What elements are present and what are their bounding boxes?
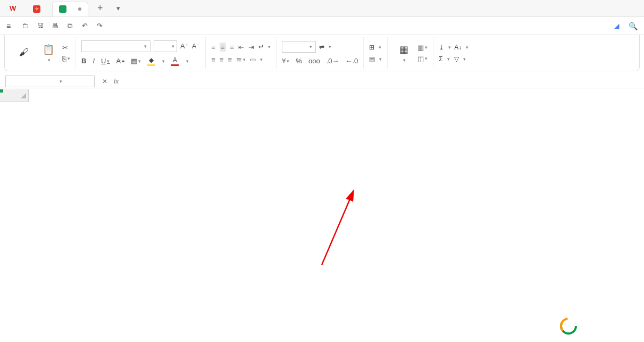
annotation-arrow [314, 185, 362, 270]
tab-modified-dot [78, 7, 81, 11]
align-bottom-icon[interactable]: ≡ [230, 43, 235, 51]
border-icon[interactable]: ▦▾ [131, 57, 141, 65]
cell-style-icon[interactable]: ◫▾ [417, 55, 428, 63]
align-top-icon[interactable]: ≡ [211, 43, 215, 51]
cancel-formula-icon[interactable]: ✕ [102, 78, 107, 85]
cond-format-icon: ▦ [399, 44, 408, 55]
watermark-swirl-icon [558, 315, 579, 337]
menu-tabs [117, 24, 246, 28]
ribbon: 🖌 📋▾ ✂ ⎘▾ ▾ ▾ A⁺ A⁻ B I U▾ A▾ ▦▾ ◆▾ A▾ [4, 35, 640, 71]
save-icon[interactable]: 🖫 [35, 22, 45, 30]
align-middle-icon[interactable]: ≡ [220, 43, 226, 52]
strike-icon[interactable]: A▾ [116, 57, 124, 65]
font-color-icon[interactable]: A [171, 56, 179, 66]
align-right-icon[interactable]: ≡ [228, 56, 232, 64]
preview-icon[interactable]: ⧉ [65, 22, 74, 30]
rows-cols-button[interactable]: ⊞▾ [369, 44, 382, 51]
template-icon: ✧ [33, 5, 40, 13]
increase-font-icon[interactable]: A⁺ [180, 42, 189, 50]
fill-color-icon[interactable]: ◆ [147, 56, 155, 66]
convert-button[interactable]: ⇌▾ [319, 43, 331, 51]
redo-icon[interactable]: ↷ [95, 22, 104, 30]
thousands-icon[interactable]: ooo [308, 57, 320, 65]
worksheet-button[interactable]: ▤▾ [369, 55, 382, 63]
titlebar: W ✧ + ▾ [0, 0, 644, 17]
spreadsheet-grid[interactable] [0, 89, 644, 339]
format-brush-button[interactable]: 🖌 [13, 47, 35, 59]
dec-decimal-icon[interactable]: ←.0 [345, 57, 358, 65]
sum-button[interactable]: Σ▾ [439, 55, 451, 63]
justify-icon[interactable]: ≣▾ [236, 56, 246, 64]
align-left-icon[interactable]: ≡ [211, 56, 215, 64]
formula-bar[interactable] [126, 76, 644, 87]
fx-icon[interactable]: fx [114, 78, 119, 85]
wrap-text-button[interactable]: ↵▾ [258, 43, 271, 51]
print-icon[interactable]: 🖶 [50, 22, 60, 30]
wps-logo-icon: W [10, 4, 16, 12]
fill-button[interactable]: ⤓▾ [439, 44, 451, 51]
brush-icon: 🖌 [19, 47, 29, 58]
svg-line-0 [322, 190, 354, 265]
tab-workbook[interactable] [52, 2, 88, 16]
cut-icon[interactable]: ✂ [62, 44, 70, 52]
undo-icon[interactable]: ↶ [80, 22, 89, 30]
increase-indent-icon[interactable]: ⇥ [248, 43, 254, 51]
copy-icon[interactable]: ⎘▾ [62, 55, 70, 63]
currency-icon[interactable]: ¥▾ [282, 57, 289, 65]
open-icon[interactable]: 🗀 [20, 22, 30, 30]
select-all-corner[interactable] [0, 89, 29, 102]
decrease-indent-icon[interactable]: ⇤ [238, 43, 244, 51]
sort-button[interactable]: A↓▾ [454, 44, 469, 51]
tab-add-button[interactable]: + [93, 3, 107, 14]
filter-button[interactable]: ▽▾ [454, 55, 469, 63]
underline-icon[interactable]: U▾ [101, 57, 110, 65]
clipboard-icon: 📋 [43, 44, 54, 55]
wps-ai-button[interactable]: ◢ [614, 22, 621, 30]
paste-label: ▾ [47, 56, 51, 63]
align-center-icon[interactable]: ≡ [220, 56, 224, 64]
decrease-font-icon[interactable]: A⁻ [192, 42, 200, 50]
app-logo: W [2, 4, 26, 12]
cond-format-label: ▾ [402, 56, 406, 63]
search-icon[interactable]: 🔍 [629, 22, 638, 30]
font-name-select[interactable]: ▾ [81, 40, 150, 52]
quick-access: 🗀 🖫 🖶 ⧉ ↶ ↷ [20, 22, 104, 30]
percent-icon[interactable]: % [296, 57, 302, 65]
merge-button[interactable]: ▭▾ [250, 56, 263, 63]
italic-icon[interactable]: I [93, 57, 95, 65]
ai-icon: ◢ [614, 22, 619, 30]
namebox-dropdown-icon[interactable]: ▾ [60, 79, 62, 84]
tab-templates[interactable]: ✧ [27, 2, 50, 16]
formula-bar-row: ▾ ✕ fx [0, 74, 644, 88]
name-box[interactable]: ▾ [5, 76, 95, 87]
bold-icon[interactable]: B [81, 57, 86, 65]
table-style-icon[interactable]: ▥▾ [417, 44, 428, 52]
cond-format-button[interactable]: ▦▾ [393, 44, 414, 63]
menubar: ≡ 🗀 🖫 🖶 ⧉ ↶ ↷ ◢ 🔍 [0, 17, 644, 35]
paste-button[interactable]: 📋▾ [38, 44, 59, 63]
number-format-select[interactable]: ▾ [282, 41, 316, 53]
hamburger-icon[interactable]: ≡ [6, 22, 11, 30]
tab-list-button[interactable]: ▾ [111, 4, 126, 12]
sheet-icon [59, 5, 66, 13]
font-size-select[interactable]: ▾ [154, 40, 177, 52]
inc-decimal-icon[interactable]: .0→ [327, 57, 339, 65]
